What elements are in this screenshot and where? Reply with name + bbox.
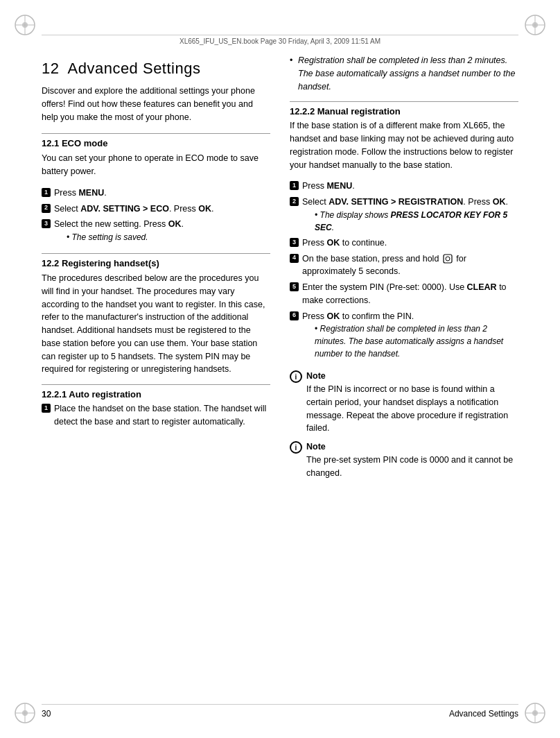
manual-step-2: Select ADV. SETTING > REGISTRATION. Pres… xyxy=(302,196,518,234)
note-1-content: Note If the PIN is incorrect or no base … xyxy=(306,370,518,435)
footer-page-number: 30 xyxy=(42,709,51,719)
note-2-content: Note The pre-set system PIN code is 0000… xyxy=(306,440,518,479)
corner-mark-tl xyxy=(12,12,37,37)
section-12-1-steps: 1 Press MENU. 2 Select ADV. SETTING > EC… xyxy=(42,187,270,246)
step-num-4: 4 xyxy=(290,254,299,263)
section-12-2-heading: 12.2 Registering handset(s) xyxy=(42,258,270,268)
section-divider-12-1 xyxy=(42,133,270,134)
section-divider-12-2-1 xyxy=(42,384,270,385)
manual-step-1: Press MENU. xyxy=(302,180,518,193)
step-item: 6 Press OK to confirm the PIN. • Registr… xyxy=(290,310,518,361)
corner-mark-tr xyxy=(523,12,548,37)
step-num-1: 1 xyxy=(290,181,299,190)
manual-step-5: Enter the system PIN (Pre-set: 0000). Us… xyxy=(302,281,518,307)
step-1-text: Press MENU. xyxy=(54,187,270,200)
step-num-2: 2 xyxy=(290,197,299,206)
section-12-2-body: The procedures described below are the p… xyxy=(42,272,270,376)
right-col-bullet-1: Registration shall be completed in less … xyxy=(290,54,518,93)
step-num-3: 3 xyxy=(290,238,299,247)
locator-button-icon xyxy=(443,254,453,264)
manual-step-3: Press OK to continue. xyxy=(302,237,518,250)
svg-point-17 xyxy=(446,257,450,261)
step-item: 2 Select ADV. SETTING > ECO. Press OK. xyxy=(42,203,270,216)
left-column: 12 Advanced Settings Discover and explor… xyxy=(42,54,270,700)
step-item: 3 Press OK to continue. xyxy=(290,237,518,250)
section-12-1-heading: 12.1 ECO mode xyxy=(42,138,270,148)
step-auto-reg-1: Place the handset on the base station. T… xyxy=(54,402,270,429)
header-text: XL665_IFU_US_EN.book Page 30 Friday, Apr… xyxy=(180,37,380,45)
note-block-1: i Note If the PIN is incorrect or no bas… xyxy=(290,370,518,435)
step-item: 3 Select the new setting. Press OK. • Th… xyxy=(42,218,270,243)
section-12-2-1-heading: 12.2.1 Auto registration xyxy=(42,389,270,400)
header-bar: XL665_IFU_US_EN.book Page 30 Friday, Apr… xyxy=(42,35,518,47)
step-num-1: 1 xyxy=(42,404,51,413)
step-item: 1 Press MENU. xyxy=(290,180,518,193)
step-item: 4 On the base station, press and hold fo… xyxy=(290,252,518,279)
corner-mark-bl xyxy=(12,701,37,726)
step-item: 1 Press MENU. xyxy=(42,187,270,200)
section-12-2-1-steps: 1 Place the handset on the base station.… xyxy=(42,402,270,431)
manual-step-4: On the base station, press and hold for … xyxy=(302,252,518,279)
step-num-6: 6 xyxy=(290,311,299,320)
step-item: 2 Select ADV. SETTING > REGISTRATION. Pr… xyxy=(290,196,518,234)
section-12-2-2-heading: 12.2.2 Manual registration xyxy=(290,106,518,117)
step-item: 5 Enter the system PIN (Pre-set: 0000). … xyxy=(290,281,518,307)
step-num-3: 3 xyxy=(42,219,51,228)
chapter-intro: Discover and explore the additional sett… xyxy=(42,85,270,123)
step-num-5: 5 xyxy=(290,282,299,291)
manual-step-6: Press OK to confirm the PIN. • Registrat… xyxy=(302,310,518,361)
svg-rect-16 xyxy=(444,255,452,263)
footer-section-title: Advanced Settings xyxy=(449,709,518,719)
page-footer: 30 Advanced Settings xyxy=(42,704,518,719)
section-divider-12-2 xyxy=(42,253,270,254)
manual-step-2-sub: • The display shows PRESS LOCATOR KEY FO… xyxy=(315,209,518,234)
section-12-2-2-steps: 1 Press MENU. 2 Select ADV. SETTING > RE… xyxy=(290,180,518,363)
section-divider-12-2-2 xyxy=(290,101,518,102)
step-2-text: Select ADV. SETTING > ECO. Press OK. xyxy=(54,203,270,216)
note-icon-1: i xyxy=(290,370,302,383)
step-num-1: 1 xyxy=(42,188,51,197)
section-12-2-2-intro: If the base station is of a different ma… xyxy=(290,119,518,171)
page-content: 12 Advanced Settings Discover and explor… xyxy=(42,54,518,700)
step-item: 1 Place the handset on the base station.… xyxy=(42,402,270,429)
note-icon-2: i xyxy=(290,441,302,454)
corner-mark-br xyxy=(523,701,548,726)
manual-step-6-sub: • Registration shall be completed in les… xyxy=(315,323,518,360)
section-12-1-body: You can set your phone to operate in ECO… xyxy=(42,152,270,178)
note-block-2: i Note The pre-set system PIN code is 00… xyxy=(290,440,518,479)
step-3-sub: • The setting is saved. xyxy=(67,231,270,243)
step-num-2: 2 xyxy=(42,204,51,213)
step-3-text: Select the new setting. Press OK. • The … xyxy=(54,218,270,243)
chapter-title: 12 Advanced Settings xyxy=(42,60,270,78)
right-column: Registration shall be completed in less … xyxy=(290,54,518,700)
